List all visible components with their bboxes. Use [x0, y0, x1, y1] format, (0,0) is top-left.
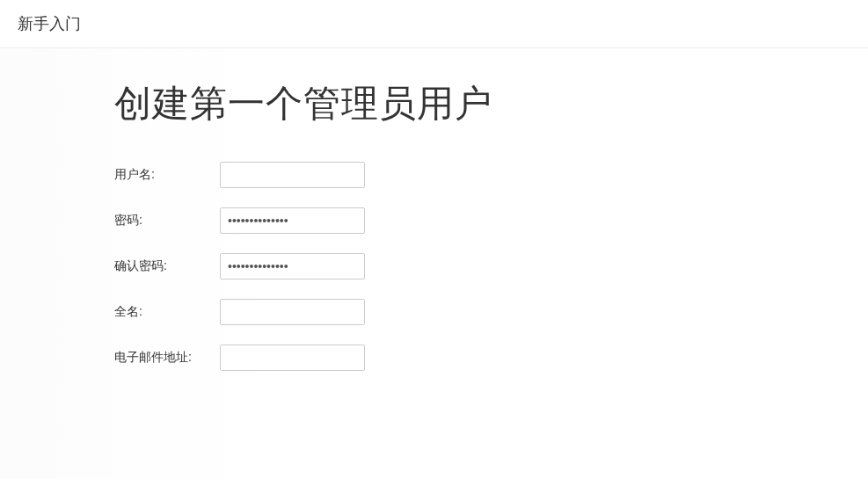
password-label: 密码: — [114, 213, 220, 229]
confirm-password-label: 确认密码: — [114, 258, 220, 274]
header: 新手入门 — [0, 0, 868, 48]
fullname-input[interactable] — [220, 299, 365, 325]
username-label: 用户名: — [114, 167, 220, 183]
form-row-email: 电子邮件地址: — [114, 345, 868, 371]
main-content: 创建第一个管理员用户 用户名: 密码: 确认密码: 全名: 电子邮件地址: — [0, 48, 868, 479]
form-row-username: 用户名: — [114, 162, 868, 188]
username-input[interactable] — [220, 162, 365, 188]
form-row-password: 密码: — [114, 207, 868, 234]
header-title: 新手入门 — [18, 13, 81, 34]
confirm-password-input[interactable] — [220, 253, 365, 279]
password-input[interactable] — [220, 207, 365, 234]
form-row-confirm-password: 确认密码: — [114, 253, 868, 279]
email-label: 电子邮件地址: — [114, 350, 220, 366]
email-input[interactable] — [220, 345, 365, 371]
fullname-label: 全名: — [114, 304, 220, 320]
page-title: 创建第一个管理员用户 — [114, 79, 868, 128]
form-row-fullname: 全名: — [114, 299, 868, 325]
